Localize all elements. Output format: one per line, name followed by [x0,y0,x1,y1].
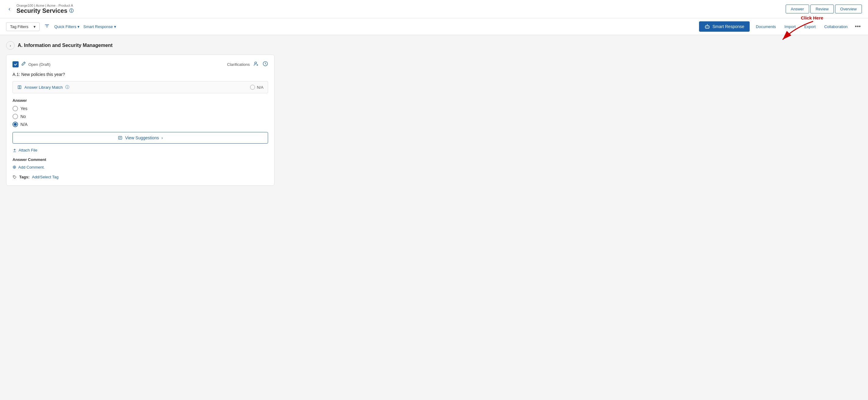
filter-icon-button[interactable] [43,22,51,31]
radio-yes[interactable]: Yes [12,106,268,111]
export-button[interactable]: Export [802,23,818,30]
filter-icon [44,24,50,28]
tag-filters-button[interactable]: Tag Filters ▾ [6,22,40,31]
breadcrumb-title: Orange100 | Acme | Acme - Product A Secu… [17,4,73,14]
history-button[interactable] [262,61,268,68]
tags-row: Tags: Add/Select Tag [12,175,268,179]
attach-file-label: Attach File [19,148,37,153]
radio-selected-outer [12,122,18,127]
header: ‹ Orange100 | Acme | Acme - Product A Se… [0,0,868,18]
info-icon[interactable]: ⓘ [69,8,73,14]
answer-label: Answer [12,98,268,103]
plus-circle-icon: ⊕ [12,164,17,170]
header-tabs: Answer Review Overview [786,5,862,13]
card-header-right: Clarifications [227,61,268,68]
info-circle-icon[interactable]: ⓘ [65,85,69,90]
chevron-down-icon: ▾ [78,24,80,29]
answer-radio-group: Yes No N/A [12,106,268,127]
chevron-right-icon: › [10,43,11,48]
attach-file-button[interactable]: Attach File [12,148,37,153]
tags-label: Tags: [19,175,30,179]
answer-library-match-row[interactable]: Answer Library Match ⓘ N/A [12,81,268,93]
card-header: Open (Draft) Clarifications [12,61,268,68]
answer-library-right: N/A [250,85,264,90]
header-left: ‹ Orange100 | Acme | Acme - Product A Se… [6,4,73,14]
edit-icon[interactable] [21,61,26,67]
answer-comment-label: Answer Comment [12,157,268,162]
smart-response-dropdown-button[interactable]: Smart Response ▾ [83,24,116,29]
tag-filters-label: Tag Filters [10,24,28,29]
collaboration-button[interactable]: Collaboration [822,23,850,30]
main-content: › A. Information and Security Management… [0,35,868,192]
svg-point-1 [706,27,707,27]
status-checkbox[interactable] [12,61,19,67]
question-card: Open (Draft) Clarifications [6,55,275,186]
toolbar: Tag Filters ▾ Quick Filters ▾ Smart Resp… [0,18,868,35]
svg-point-8 [14,176,14,176]
book-icon [17,85,22,90]
na-label: N/A [257,85,264,90]
svg-rect-7 [119,136,122,139]
svg-point-2 [708,27,708,27]
import-button[interactable]: Import [782,23,798,30]
smart-response-main-button[interactable]: Smart Response [699,21,750,32]
title-text: Security Services [17,7,67,14]
quick-filters-button[interactable]: Quick Filters ▾ [54,24,80,29]
chevron-right-icon: › [161,135,163,140]
svg-point-5 [255,62,256,64]
section-header: › A. Information and Security Management [6,41,862,50]
draft-status: Open (Draft) [28,62,50,67]
na-radio-circle [250,85,255,90]
tab-overview[interactable]: Overview [835,5,862,13]
smart-response-btn-label: Smart Response [712,24,744,29]
upload-icon [12,148,17,153]
svg-point-3 [707,24,708,25]
radio-empty-icon [12,106,18,111]
no-label: No [21,114,26,119]
add-person-button[interactable] [253,61,259,68]
add-comment-button[interactable]: ⊕ Add Comment. [12,164,45,170]
answer-library-label: Answer Library Match [24,85,63,90]
breadcrumb: Orange100 | Acme | Acme - Product A [17,4,73,7]
more-options-button[interactable]: ••• [854,22,862,31]
suggestions-icon [118,135,123,140]
view-suggestions-label: View Suggestions [125,135,159,140]
documents-button[interactable]: Documents [753,23,778,30]
yes-label: Yes [21,106,27,111]
page-title: Security Services ⓘ [17,7,73,14]
tab-answer[interactable]: Answer [786,5,809,13]
view-suggestions-button[interactable]: View Suggestions › [12,132,268,143]
svg-rect-0 [706,26,709,28]
smart-response-dropdown-label: Smart Response [83,24,113,29]
radio-selected-inner [14,123,17,126]
section-expand-button[interactable]: › [6,41,14,50]
na-option-label: N/A [21,122,27,127]
add-person-icon [253,61,259,66]
quick-filters-label: Quick Filters [54,24,76,29]
radio-na[interactable]: N/A [12,122,268,127]
tag-icon [12,175,17,179]
robot-icon [705,24,710,29]
radio-no[interactable]: No [12,114,268,119]
toolbar-wrapper: Tag Filters ▾ Quick Filters ▾ Smart Resp… [0,18,868,35]
section-title: A. Information and Security Management [18,43,113,48]
chevron-down-icon: ▾ [114,24,116,29]
tab-review[interactable]: Review [810,5,834,13]
chevron-down-icon: ▾ [34,24,36,29]
radio-empty-icon [12,114,18,119]
question-text: A.1: New policies this year? [12,72,268,77]
history-icon [262,61,268,66]
add-tag-button[interactable]: Add/Select Tag [32,175,59,179]
check-icon [14,63,18,66]
add-comment-label: Add Comment. [18,165,45,169]
card-header-left: Open (Draft) [12,61,50,67]
answer-library-left: Answer Library Match ⓘ [17,85,69,90]
back-button[interactable]: ‹ [6,5,13,13]
clarifications-label: Clarifications [227,62,250,67]
